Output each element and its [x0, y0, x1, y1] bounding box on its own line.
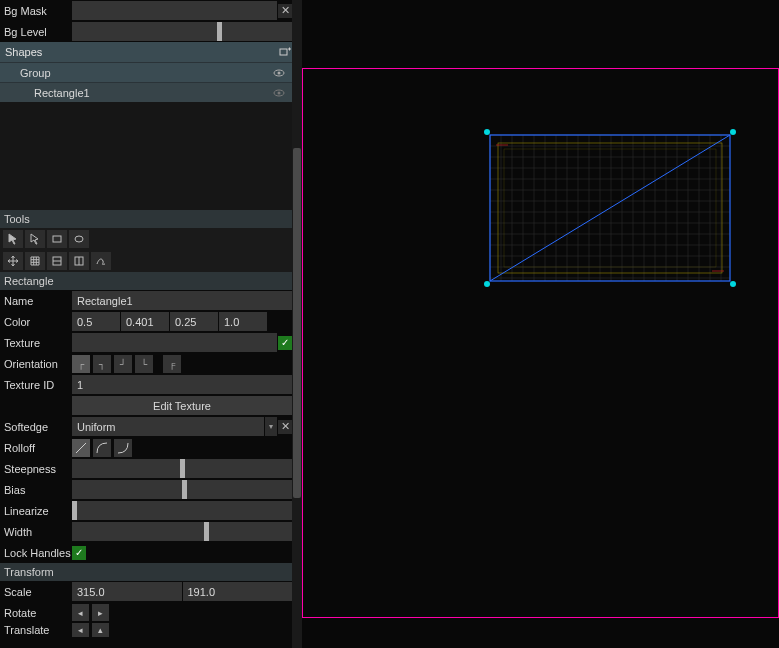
width-row: Width	[0, 521, 292, 542]
name-row: Name Rectangle1	[0, 290, 292, 311]
direct-select-tool-icon[interactable]	[25, 230, 45, 248]
orientation-label: Orientation	[0, 358, 72, 370]
rectangle-section-header: Rectangle	[0, 272, 292, 290]
color-r-field[interactable]: 0.5	[72, 312, 120, 331]
tools-label: Tools	[4, 213, 30, 225]
bias-row: Bias	[0, 479, 292, 500]
visibility-icon[interactable]	[272, 86, 286, 100]
bg-mask-row: Bg Mask ✕	[0, 0, 292, 21]
lock-handles-check-icon[interactable]: ✓	[72, 546, 86, 560]
svg-point-51	[730, 129, 736, 135]
move-tool-icon[interactable]	[3, 252, 23, 270]
tools-header: Tools	[0, 210, 292, 228]
orient-4-icon[interactable]: └	[135, 355, 153, 373]
rolloff-smooth-icon[interactable]	[93, 439, 111, 457]
texture-id-label: Texture ID	[0, 379, 72, 391]
bg-mask-clear-icon[interactable]: ✕	[278, 4, 292, 18]
chevron-down-icon[interactable]: ▾	[265, 417, 277, 436]
texture-id-row: Texture ID 1	[0, 374, 292, 395]
viewport-canvas	[302, 0, 779, 648]
name-field[interactable]: Rectangle1	[72, 291, 292, 310]
steepness-slider[interactable]	[72, 459, 292, 478]
bg-level-label: Bg Level	[0, 26, 72, 38]
translate-up-icon[interactable]: ▴	[92, 623, 109, 637]
edit-texture-button[interactable]: Edit Texture	[72, 396, 292, 415]
panel-scrollbar[interactable]	[292, 0, 302, 648]
shape-tree: Group Rectangle1	[0, 62, 292, 210]
rolloff-linear-icon[interactable]	[72, 439, 90, 457]
tree-empty-area[interactable]	[0, 102, 292, 210]
freehand-tool-icon[interactable]	[91, 252, 111, 270]
bg-mask-field[interactable]	[72, 1, 277, 20]
rotate-row: Rotate ◂ ▸	[0, 602, 292, 623]
orientation-row: Orientation ┌ ┐ ┘ └ ╒	[0, 353, 292, 374]
orient-2-icon[interactable]: ┐	[93, 355, 111, 373]
properties-panel: Bg Mask ✕ Bg Level Shapes Group Rectang	[0, 0, 292, 648]
color-a-field[interactable]: 1.0	[219, 312, 267, 331]
svg-point-52	[484, 281, 490, 287]
bias-slider[interactable]	[72, 480, 292, 499]
rolloff-label: Rolloff	[0, 442, 72, 454]
softedge-dropdown[interactable]: Uniform	[72, 417, 264, 436]
color-b-field[interactable]: 0.25	[170, 312, 218, 331]
width-slider[interactable]	[72, 522, 292, 541]
svg-point-2	[278, 71, 281, 74]
tree-group-label: Group	[20, 67, 51, 79]
scale-x-field[interactable]: 315.0	[72, 582, 182, 601]
linearize-row: Linearize	[0, 500, 292, 521]
texture-row: Texture ✓	[0, 332, 292, 353]
grid-tool-icon[interactable]	[25, 252, 45, 270]
split-v-tool-icon[interactable]	[69, 252, 89, 270]
texture-field[interactable]	[72, 333, 277, 352]
bias-label: Bias	[0, 484, 72, 496]
rolloff-ease-icon[interactable]	[114, 439, 132, 457]
steepness-row: Steepness	[0, 458, 292, 479]
translate-left-icon[interactable]: ◂	[72, 623, 89, 637]
lock-handles-row: Lock Handles ✓	[0, 542, 292, 563]
lock-handles-label: Lock Handles	[0, 547, 72, 559]
rectangle-tool-icon[interactable]	[47, 230, 67, 248]
ellipse-tool-icon[interactable]	[69, 230, 89, 248]
orient-3-icon[interactable]: ┘	[114, 355, 132, 373]
linearize-slider[interactable]	[72, 501, 292, 520]
tree-group[interactable]: Group	[0, 62, 292, 82]
texture-check-icon[interactable]: ✓	[278, 336, 292, 350]
tree-rectangle-label: Rectangle1	[34, 87, 90, 99]
bg-mask-label: Bg Mask	[0, 5, 72, 17]
rolloff-row: Rolloff	[0, 437, 292, 458]
width-label: Width	[0, 526, 72, 538]
color-g-field[interactable]: 0.401	[121, 312, 169, 331]
color-swatch[interactable]	[268, 312, 282, 331]
svg-point-53	[730, 281, 736, 287]
translate-label: Translate	[0, 624, 72, 636]
tree-rectangle[interactable]: Rectangle1	[0, 82, 292, 102]
name-label: Name	[0, 295, 72, 307]
softedge-clear-icon[interactable]: ✕	[278, 420, 292, 434]
orient-1-icon[interactable]: ┌	[72, 355, 90, 373]
scale-y-field[interactable]: 191.0	[183, 582, 293, 601]
visibility-icon[interactable]	[272, 66, 286, 80]
linearize-label: Linearize	[0, 505, 72, 517]
tools-row-1	[0, 228, 292, 250]
split-h-tool-icon[interactable]	[47, 252, 67, 270]
svg-point-50	[484, 129, 490, 135]
svg-rect-0	[280, 49, 287, 55]
color-row: Color 0.5 0.401 0.25 1.0	[0, 311, 292, 332]
softedge-row: Softedge Uniform ▾ ✕	[0, 416, 292, 437]
add-shape-icon[interactable]	[278, 45, 292, 59]
transform-header: Transform	[0, 563, 292, 581]
rotate-right-icon[interactable]: ▸	[92, 604, 109, 621]
scrollbar-thumb[interactable]	[293, 148, 301, 498]
edit-texture-row: Edit Texture	[0, 395, 292, 416]
softedge-label: Softedge	[0, 421, 72, 433]
orient-5-icon[interactable]: ╒	[163, 355, 181, 373]
texture-id-field[interactable]: 1	[72, 375, 292, 394]
svg-rect-9	[303, 69, 779, 618]
bg-level-slider[interactable]	[72, 22, 292, 41]
select-tool-icon[interactable]	[3, 230, 23, 248]
color-label: Color	[0, 316, 72, 328]
rotate-label: Rotate	[0, 607, 72, 619]
viewport[interactable]	[302, 0, 779, 648]
rotate-left-icon[interactable]: ◂	[72, 604, 89, 621]
svg-rect-5	[53, 236, 61, 242]
